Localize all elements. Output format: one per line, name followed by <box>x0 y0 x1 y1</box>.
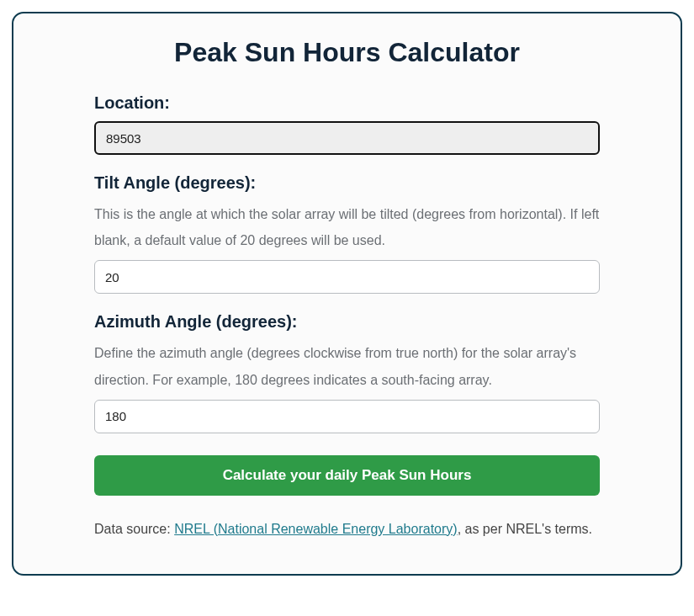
tilt-input[interactable] <box>94 260 600 294</box>
footer-prefix: Data source: <box>94 522 174 536</box>
calculator-card: Peak Sun Hours Calculator Location: Tilt… <box>12 12 682 576</box>
location-group: Location: <box>94 93 600 155</box>
footer-suffix: , as per NREL's terms. <box>458 522 592 536</box>
azimuth-group: Azimuth Angle (degrees): Define the azim… <box>94 312 600 433</box>
tilt-label: Tilt Angle (degrees): <box>94 173 600 193</box>
tilt-description: This is the angle at which the solar arr… <box>94 201 600 253</box>
azimuth-label: Azimuth Angle (degrees): <box>94 312 600 332</box>
nrel-link[interactable]: NREL (National Renewable Energy Laborato… <box>174 522 457 536</box>
tilt-group: Tilt Angle (degrees): This is the angle … <box>94 173 600 294</box>
location-input[interactable] <box>94 121 600 155</box>
footer-text: Data source: NREL (National Renewable En… <box>94 516 600 542</box>
location-label: Location: <box>94 93 600 113</box>
azimuth-description: Define the azimuth angle (degrees clockw… <box>94 340 600 392</box>
azimuth-input[interactable] <box>94 400 600 433</box>
page-title: Peak Sun Hours Calculator <box>94 37 600 68</box>
calculate-button[interactable]: Calculate your daily Peak Sun Hours <box>94 455 600 496</box>
